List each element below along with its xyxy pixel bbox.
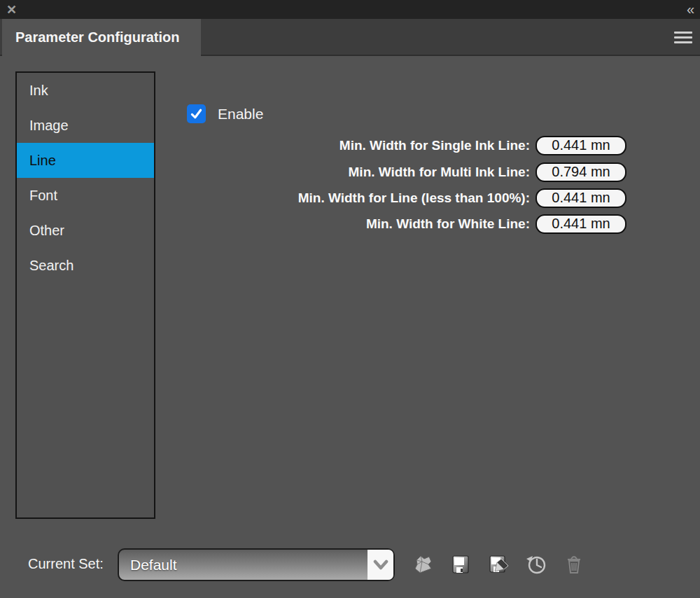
sidebar-item-font[interactable]: Font xyxy=(17,178,154,213)
history-clock-icon xyxy=(524,552,549,577)
checkmark-icon xyxy=(189,106,204,121)
sidebar-item-other[interactable]: Other xyxy=(17,213,154,248)
tab-title: Parameter Configuration xyxy=(15,29,179,46)
floppy-disk-pencil-icon xyxy=(486,552,511,577)
param-row: Min. Width for Line (less than 100%): xyxy=(168,188,626,208)
restore-set-button[interactable] xyxy=(524,552,549,577)
sidebar-item-search[interactable]: Search xyxy=(17,248,154,283)
save-set-as-button[interactable] xyxy=(486,552,511,577)
sidebar-item-label: Line xyxy=(29,153,56,168)
save-set-button[interactable] xyxy=(448,552,473,577)
param-label: Min. Width for Single Ink Line: xyxy=(340,138,530,153)
floppy-disk-icon xyxy=(448,552,473,577)
panel-menu-icon[interactable] xyxy=(674,32,692,43)
window-titlebar: ✕ « xyxy=(0,0,700,19)
sidebar-item-image[interactable]: Image xyxy=(17,108,154,143)
sidebar-item-label: Font xyxy=(29,188,57,203)
sidebar-list: InkImageLineFontOtherSearch xyxy=(15,71,155,519)
sidebar-item-label: Ink xyxy=(29,83,48,98)
enable-checkbox[interactable] xyxy=(187,104,206,123)
set-actions-toolbar xyxy=(410,552,587,577)
dropdown-chevron-box xyxy=(368,550,393,580)
current-set-label: Current Set: xyxy=(28,556,104,572)
enable-row: Enable xyxy=(187,104,263,123)
chevron-down-icon xyxy=(372,559,389,571)
crumpled-paper-icon xyxy=(410,552,435,577)
sidebar-item-label: Image xyxy=(29,118,69,133)
sidebar-item-ink[interactable]: Ink xyxy=(17,73,154,108)
param-label: Min. Width for Multi Ink Line: xyxy=(349,165,530,180)
parameter-configuration-panel: ✕ « Parameter Configuration InkImageLine… xyxy=(0,0,700,598)
param-label: Min. Width for Line (less than 100%): xyxy=(298,190,530,206)
close-icon[interactable]: ✕ xyxy=(6,1,17,18)
sidebar-item-label: Other xyxy=(29,223,64,238)
collapse-panel-icon[interactable]: « xyxy=(687,1,693,18)
enable-checkbox-label: Enable xyxy=(218,106,263,123)
sidebar-item-line[interactable]: Line xyxy=(17,143,154,178)
tab-strip: Parameter Configuration xyxy=(0,19,700,56)
param-row: Min. Width for Single Ink Line: xyxy=(168,136,626,155)
delete-set-button[interactable] xyxy=(561,552,587,577)
param-label: Min. Width for White Line: xyxy=(366,216,530,232)
import-set-button[interactable] xyxy=(410,552,435,577)
param-value-input[interactable] xyxy=(536,162,626,182)
param-value-input[interactable] xyxy=(536,136,626,155)
param-value-input[interactable] xyxy=(536,214,626,234)
current-set-dropdown[interactable]: Default xyxy=(118,548,395,581)
sidebar-item-label: Search xyxy=(29,258,74,273)
param-value-input[interactable] xyxy=(536,188,626,208)
tab-parameter-configuration[interactable]: Parameter Configuration xyxy=(2,19,201,56)
trash-icon xyxy=(561,552,587,577)
param-row: Min. Width for Multi Ink Line: xyxy=(168,162,626,182)
param-row: Min. Width for White Line: xyxy=(168,214,626,234)
current-set-value: Default xyxy=(130,550,177,580)
